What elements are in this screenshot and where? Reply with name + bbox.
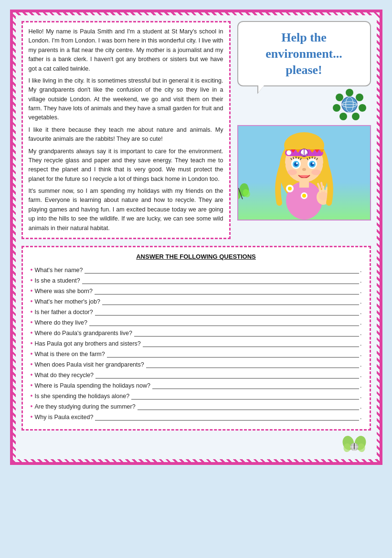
answer-line-1[interactable] bbox=[85, 266, 359, 274]
svg-line-35 bbox=[293, 157, 294, 159]
paragraph-4: My grandparents always say it is importa… bbox=[29, 147, 223, 184]
answer-line-6[interactable] bbox=[89, 318, 359, 326]
question-row-15: Why is Paula excited?. bbox=[31, 413, 362, 421]
butterfly-icon-footer bbox=[342, 434, 366, 453]
answer-line-5[interactable] bbox=[95, 308, 359, 316]
paragraph-3: I like it there because they teach me ab… bbox=[29, 126, 223, 144]
svg-point-44 bbox=[302, 168, 306, 171]
girl-svg bbox=[266, 126, 342, 220]
svg-point-45 bbox=[287, 169, 297, 175]
questions-container: What's her name?.Is she a student?.Where… bbox=[31, 266, 362, 421]
question-text-5: Is her father a doctor? bbox=[34, 309, 93, 316]
question-text-4: What's her mother's job? bbox=[34, 298, 100, 305]
reading-passage: Hello! My name is Paula Smith and I'm a … bbox=[21, 21, 231, 239]
question-row-13: Is she spending the holidays alone?. bbox=[31, 392, 362, 400]
question-text-6: Where do they live? bbox=[34, 319, 87, 326]
period-7: . bbox=[360, 330, 361, 337]
question-text-2: Is she a student? bbox=[34, 277, 80, 284]
answer-line-12[interactable] bbox=[152, 381, 359, 389]
girl-illustration bbox=[237, 125, 371, 221]
question-row-1: What's her name?. bbox=[31, 266, 362, 274]
paragraph-1: Hello! My name is Paula Smith and I'm a … bbox=[29, 27, 223, 74]
question-row-2: Is she a student?. bbox=[31, 276, 362, 284]
question-row-7: Where do Paula's grandparents live?. bbox=[31, 329, 362, 337]
answer-line-10[interactable] bbox=[146, 360, 359, 368]
answer-line-2[interactable] bbox=[82, 276, 359, 284]
question-row-6: Where do they live?. bbox=[31, 318, 362, 326]
period-9: . bbox=[360, 351, 361, 358]
question-text-9: What is there on the farm? bbox=[34, 351, 105, 358]
answer-line-3[interactable] bbox=[95, 287, 359, 295]
answer-line-15[interactable] bbox=[95, 413, 359, 421]
right-column: Help the environment... please! bbox=[237, 21, 371, 239]
question-row-14: Are they studying during the summer?. bbox=[31, 402, 362, 410]
answer-line-8[interactable] bbox=[143, 339, 359, 347]
question-text-7: Where do Paula's grandparents live? bbox=[34, 330, 132, 337]
paragraph-2: I like living in the city. It is sometim… bbox=[29, 76, 223, 123]
question-row-10: When does Paula visit her grandparents?. bbox=[31, 360, 362, 368]
svg-point-25 bbox=[286, 150, 291, 155]
question-text-15: Why is Paula excited? bbox=[34, 414, 93, 421]
question-text-10: When does Paula visit her grandparents? bbox=[34, 361, 144, 368]
butterfly-icon-left bbox=[237, 180, 254, 208]
svg-point-0 bbox=[346, 89, 353, 96]
question-row-4: What's her mother's job?. bbox=[31, 297, 362, 305]
svg-rect-48 bbox=[299, 178, 309, 188]
top-section: Hello! My name is Paula Smith and I'm a … bbox=[21, 21, 371, 239]
question-text-3: Where was she born? bbox=[34, 288, 93, 295]
svg-point-6 bbox=[336, 94, 343, 101]
svg-line-40 bbox=[309, 157, 310, 159]
period-11: . bbox=[360, 372, 361, 379]
globe-flower-icon bbox=[333, 88, 366, 121]
page: Hello! My name is Paula Smith and I'm a … bbox=[10, 10, 382, 465]
svg-point-46 bbox=[311, 169, 321, 175]
svg-point-4 bbox=[339, 113, 347, 120]
svg-point-32 bbox=[296, 162, 298, 164]
period-12: . bbox=[360, 382, 361, 389]
questions-title: ANSWER THE FOLLOWING QUESTIONS bbox=[31, 253, 362, 260]
question-row-3: Where was she born?. bbox=[31, 287, 362, 295]
question-text-13: Is she spending the holidays alone? bbox=[34, 393, 129, 400]
inner-page: Hello! My name is Paula Smith and I'm a … bbox=[16, 15, 377, 459]
question-row-9: What is there on the farm?. bbox=[31, 350, 362, 358]
period-5: . bbox=[360, 309, 361, 316]
period-13: . bbox=[360, 393, 361, 400]
period-8: . bbox=[360, 340, 361, 347]
answer-line-14[interactable] bbox=[138, 402, 359, 410]
period-4: . bbox=[360, 298, 361, 305]
svg-point-3 bbox=[352, 113, 360, 120]
svg-point-59 bbox=[302, 194, 306, 198]
bubble-title: Help the environment... please! bbox=[248, 30, 360, 78]
svg-line-42 bbox=[315, 157, 315, 159]
answer-line-9[interactable] bbox=[107, 350, 359, 358]
period-2: . bbox=[360, 277, 361, 284]
svg-point-1 bbox=[356, 94, 363, 101]
period-15: . bbox=[360, 414, 361, 421]
svg-line-57 bbox=[321, 183, 322, 188]
period-14: . bbox=[360, 403, 361, 410]
question-text-11: What do they recycle? bbox=[34, 372, 94, 379]
period-6: . bbox=[360, 319, 361, 326]
question-text-8: Has Paula got any brothers and sisters? bbox=[34, 340, 140, 347]
footer-decoration bbox=[21, 431, 371, 453]
answer-line-4[interactable] bbox=[102, 297, 359, 305]
question-row-8: Has Paula got any brothers and sisters?. bbox=[31, 339, 362, 347]
question-row-12: Where is Paula spending the holidays now… bbox=[31, 381, 362, 389]
question-text-1: What's her name? bbox=[34, 267, 83, 274]
answer-line-13[interactable] bbox=[131, 392, 359, 400]
question-text-14: Are they studying during the summer? bbox=[34, 403, 135, 410]
speech-bubble: Help the environment... please! bbox=[237, 21, 371, 86]
answer-line-11[interactable] bbox=[95, 371, 359, 379]
svg-point-50 bbox=[288, 187, 292, 190]
period-1: . bbox=[360, 267, 361, 274]
period-3: . bbox=[360, 288, 361, 295]
svg-line-55 bbox=[326, 188, 327, 192]
question-row-11: What do they recycle?. bbox=[31, 371, 362, 379]
paragraph-5: It's summer now, so I am spending my hol… bbox=[29, 187, 223, 233]
svg-point-33 bbox=[312, 162, 314, 164]
answer-line-7[interactable] bbox=[134, 329, 359, 337]
svg-line-37 bbox=[298, 157, 299, 159]
svg-point-5 bbox=[333, 104, 340, 112]
questions-section: ANSWER THE FOLLOWING QUESTIONS What's he… bbox=[21, 246, 371, 431]
period-10: . bbox=[360, 361, 361, 368]
